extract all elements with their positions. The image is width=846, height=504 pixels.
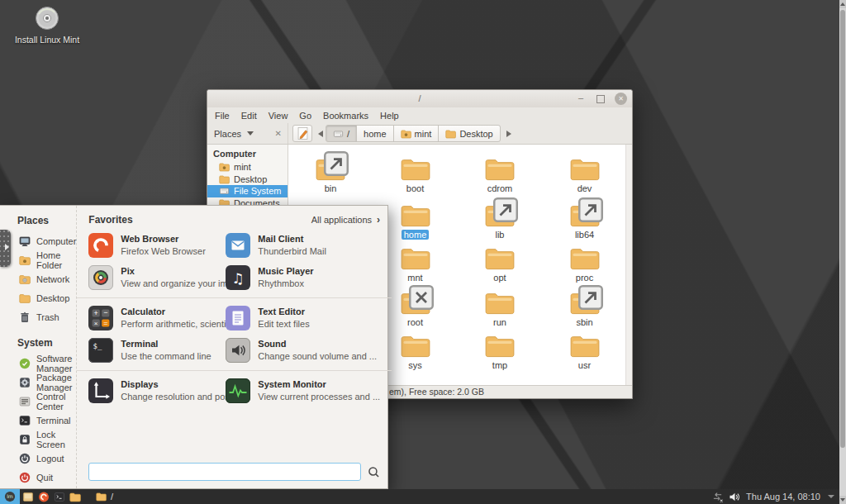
firefox-launcher[interactable] [36, 489, 51, 504]
menu-item-network[interactable]: Network [0, 269, 76, 288]
menubar-edit[interactable]: Edit [241, 111, 257, 121]
file-opt[interactable]: opt [458, 245, 542, 283]
terminal-launcher[interactable] [51, 489, 67, 504]
menu-item-lock-screen[interactable]: Lock Screen [0, 430, 76, 449]
close-sidebar-icon[interactable] [275, 129, 282, 138]
show-desktop-launcher[interactable] [20, 489, 36, 504]
file-boot[interactable]: boot [373, 156, 458, 193]
file-label: home [402, 230, 430, 240]
favorite-calculator[interactable]: +−×=CalculatorPerform arithmetic, scient… [88, 306, 226, 330]
svg-text:+: + [94, 309, 98, 317]
install-linux-mint-icon[interactable]: Install Linux Mint [14, 5, 80, 45]
menu-item-software-manager[interactable]: Software Manager [0, 354, 76, 373]
all-applications-button[interactable]: All applications › [311, 214, 380, 226]
menubar-go[interactable]: Go [299, 111, 311, 121]
favorite-title: Mail Client [258, 234, 326, 244]
window-list-item[interactable]: / [90, 489, 119, 504]
search-input[interactable] [88, 463, 361, 481]
menu-button[interactable]: lm [0, 489, 20, 504]
folder-icon [19, 292, 31, 304]
breadcrumb-root[interactable]: / [326, 125, 357, 142]
menu-bar: FileEditViewGoBookmarksHelp [207, 107, 632, 123]
scroll-up-arrow[interactable] [839, 0, 846, 8]
breadcrumb-next-button[interactable] [503, 125, 515, 142]
menubar-view[interactable]: View [269, 111, 288, 121]
menubar-file[interactable]: File [215, 111, 230, 121]
menubar-help[interactable]: Help [380, 111, 399, 121]
close-button[interactable] [615, 93, 627, 105]
favorite-sound[interactable]: SoundChange sound volume and ... [226, 338, 380, 363]
folder-big-icon [400, 245, 431, 270]
file-dev[interactable]: dev [543, 156, 627, 193]
desktop-sm-icon [22, 492, 34, 502]
favorite-description: View current processes and ... [258, 392, 380, 402]
toggle-location-entry-button[interactable] [292, 125, 312, 142]
favorite-description: Firefox Web Browser [121, 246, 206, 256]
favorite-terminal[interactable]: $_TerminalUse the command line [88, 338, 226, 363]
favorite-web-browser[interactable]: Web BrowserFirefox Web Browser [88, 233, 226, 258]
favorite-displays[interactable]: DisplaysChange resolution and posi... [88, 378, 226, 403]
menu-item-quit[interactable]: Quit [0, 468, 76, 487]
sidebar-item-label: Desktop [234, 174, 267, 184]
minimize-button[interactable] [575, 93, 587, 105]
favorite-pix[interactable]: PixView and organize your ima... [88, 265, 226, 290]
menubar-bookmarks[interactable]: Bookmarks [323, 111, 368, 121]
menu-item-desktop[interactable]: Desktop [0, 288, 76, 307]
file-cdrom[interactable]: cdrom [458, 156, 542, 193]
folder-icon [96, 492, 107, 502]
breadcrumb-home[interactable]: home [356, 125, 394, 142]
menu-item-trash[interactable]: Trash [0, 307, 76, 326]
menu-item-terminal[interactable]: Terminal [0, 411, 76, 430]
favorite-description: Rhythmbox [258, 278, 313, 288]
tray-caret-icon[interactable] [828, 495, 834, 498]
menu-item-logout[interactable]: Logout [0, 449, 76, 468]
sidebar-pane-selector[interactable]: Places [207, 123, 288, 144]
folder-icon [69, 492, 81, 502]
menu-item-package-manager[interactable]: Package Manager [0, 373, 76, 392]
network-status-icon[interactable] [711, 492, 724, 502]
menu-item-home-folder[interactable]: Home Folder [0, 250, 76, 269]
folder-big-icon [569, 245, 601, 270]
menu-item-computer[interactable]: Computer [0, 231, 76, 250]
menu-item-label: Home Folder [36, 250, 76, 270]
taskbar: lm / Thu Aug 14, 08:10 [0, 489, 839, 504]
file-label: tmp [490, 360, 510, 370]
viewport-scrollbar[interactable] [839, 0, 846, 504]
file-bin[interactable]: bin [288, 156, 373, 193]
file-tmp[interactable]: tmp [458, 333, 542, 370]
file-label: cdrom [485, 183, 516, 193]
sidebar-item-mint[interactable]: mint [207, 161, 288, 174]
maximize-button[interactable] [595, 93, 606, 105]
breadcrumb-mint[interactable]: mint [393, 125, 440, 142]
scrollbar-thumb[interactable] [840, 10, 845, 448]
file-usr[interactable]: usr [543, 333, 627, 370]
breadcrumb-prev-button[interactable] [315, 125, 326, 142]
favorite-text-editor[interactable]: Text EditorEdit text files [226, 306, 380, 330]
sidebar-item-desktop[interactable]: Desktop [207, 174, 288, 186]
file-sbin[interactable]: sbin [543, 290, 627, 327]
files-launcher[interactable] [67, 489, 83, 504]
favorite-mail-client[interactable]: Mail ClientThunderbird Mail [226, 233, 380, 258]
chevron-down-icon [247, 131, 254, 136]
window-titlebar[interactable]: / [207, 90, 632, 108]
scroll-down-arrow[interactable] [839, 496, 846, 504]
menu-item-control-center[interactable]: Control Center [0, 392, 76, 411]
breadcrumb-label: mint [415, 129, 432, 139]
favorite-system-monitor[interactable]: System MonitorView current processes and… [226, 378, 380, 403]
clock[interactable]: Thu Aug 14, 08:10 [746, 492, 820, 502]
window-title: / [207, 93, 632, 103]
file-lib64[interactable]: lib64 [543, 202, 627, 240]
file-proc[interactable]: proc [543, 245, 627, 283]
sidebar-item-file-system[interactable]: File System [207, 185, 288, 197]
file-run[interactable]: run [458, 290, 542, 327]
right-arrow-icon [506, 131, 511, 137]
breadcrumb-desktop[interactable]: Desktop [438, 125, 500, 142]
edge-pull-handle[interactable] [0, 230, 11, 267]
volume-icon[interactable] [729, 492, 741, 502]
breadcrumb-label: / [347, 129, 349, 139]
file-label: mnt [405, 273, 425, 283]
favorite-music-player[interactable]: ♫Music PlayerRhythmbox [226, 265, 380, 290]
file-label: proc [573, 273, 596, 283]
breadcrumb-label: home [364, 129, 387, 139]
file-lib[interactable]: lib [458, 202, 542, 240]
